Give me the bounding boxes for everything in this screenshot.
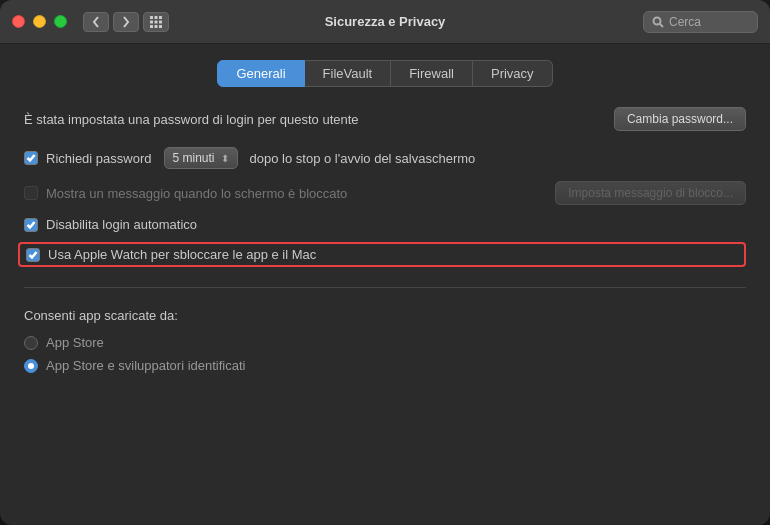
window-title: Sicurezza e Privacy bbox=[325, 14, 446, 29]
tab-generali[interactable]: Generali bbox=[217, 60, 304, 87]
time-dropdown[interactable]: 5 minuti ⬍ bbox=[164, 147, 238, 169]
require-password-row: Richiedi password 5 minuti ⬍ dopo lo sto… bbox=[24, 145, 746, 171]
app-store-radio-row: App Store bbox=[24, 335, 746, 350]
search-icon bbox=[652, 16, 664, 28]
change-password-button[interactable]: Cambia password... bbox=[614, 107, 746, 131]
svg-line-10 bbox=[660, 23, 664, 27]
svg-rect-6 bbox=[150, 25, 153, 28]
disable-autologin-checkbox[interactable] bbox=[24, 218, 38, 232]
radio-dot bbox=[28, 363, 34, 369]
chevron-updown-icon: ⬍ bbox=[221, 153, 229, 164]
svg-rect-7 bbox=[155, 25, 158, 28]
svg-rect-0 bbox=[150, 16, 153, 19]
apple-watch-checkbox[interactable] bbox=[26, 248, 40, 262]
download-title: Consenti app scaricate da: bbox=[24, 308, 746, 323]
tab-firewall[interactable]: Firewall bbox=[391, 60, 473, 87]
app-store-dev-label: App Store e sviluppatori identificati bbox=[46, 358, 245, 373]
preferences-window: Sicurezza e Privacy Generali FileVault F… bbox=[0, 0, 770, 525]
back-button[interactable] bbox=[83, 12, 109, 32]
tab-filevault[interactable]: FileVault bbox=[305, 60, 392, 87]
app-store-dev-radio-row: App Store e sviluppatori identificati bbox=[24, 358, 746, 373]
forward-button[interactable] bbox=[113, 12, 139, 32]
titlebar: Sicurezza e Privacy bbox=[0, 0, 770, 44]
svg-rect-5 bbox=[159, 20, 162, 23]
search-box[interactable] bbox=[643, 11, 758, 33]
app-store-radio[interactable] bbox=[24, 336, 38, 350]
svg-rect-8 bbox=[159, 25, 162, 28]
time-dropdown-value: 5 minuti bbox=[173, 151, 215, 165]
zoom-button[interactable] bbox=[54, 15, 67, 28]
tabs-bar: Generali FileVault Firewall Privacy bbox=[24, 60, 746, 87]
show-message-label: Mostra un messaggio quando lo schermo è … bbox=[46, 186, 347, 201]
svg-rect-1 bbox=[155, 16, 158, 19]
svg-point-9 bbox=[654, 17, 661, 24]
traffic-lights bbox=[12, 15, 67, 28]
require-password-checkbox[interactable] bbox=[24, 151, 38, 165]
grid-button[interactable] bbox=[143, 12, 169, 32]
require-password-label: Richiedi password bbox=[46, 151, 152, 166]
app-store-label: App Store bbox=[46, 335, 104, 350]
disable-autologin-label: Disabilita login automatico bbox=[46, 217, 197, 232]
show-message-row: Mostra un messaggio quando lo schermo è … bbox=[24, 179, 746, 207]
nav-buttons bbox=[83, 12, 139, 32]
search-input[interactable] bbox=[669, 15, 749, 29]
password-row: È stata impostata una password di login … bbox=[24, 107, 746, 131]
divider bbox=[24, 287, 746, 288]
apple-watch-label: Usa Apple Watch per sbloccare le app e i… bbox=[48, 247, 316, 262]
tab-privacy[interactable]: Privacy bbox=[473, 60, 553, 87]
download-section: Consenti app scaricate da: App Store App… bbox=[24, 308, 746, 373]
svg-rect-3 bbox=[150, 20, 153, 23]
close-button[interactable] bbox=[12, 15, 25, 28]
after-dropdown-label: dopo lo stop o l'avvio del salvaschermo bbox=[250, 151, 476, 166]
password-label: È stata impostata una password di login … bbox=[24, 112, 359, 127]
main-content: Generali FileVault Firewall Privacy È st… bbox=[0, 44, 770, 525]
app-store-dev-radio[interactable] bbox=[24, 359, 38, 373]
apple-watch-row: Usa Apple Watch per sbloccare le app e i… bbox=[18, 242, 746, 267]
minimize-button[interactable] bbox=[33, 15, 46, 28]
imposta-messaggio-button: Imposta messaggio di blocco... bbox=[555, 181, 746, 205]
svg-rect-2 bbox=[159, 16, 162, 19]
disable-autologin-row: Disabilita login automatico bbox=[24, 215, 746, 234]
settings-panel: È stata impostata una password di login … bbox=[24, 107, 746, 501]
svg-rect-4 bbox=[155, 20, 158, 23]
show-message-checkbox[interactable] bbox=[24, 186, 38, 200]
